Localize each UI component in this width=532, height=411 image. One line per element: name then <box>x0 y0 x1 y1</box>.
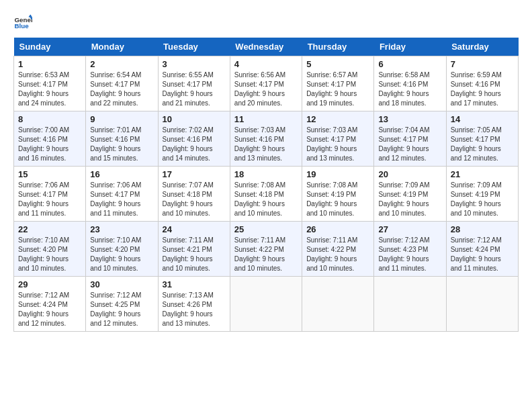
day-number: 9 <box>90 114 153 124</box>
calendar-cell: 6 Sunrise: 6:58 AMSunset: 4:16 PMDayligh… <box>374 56 446 111</box>
day-info: Sunrise: 6:57 AMSunset: 4:17 PMDaylight:… <box>306 71 357 107</box>
calendar-cell: 12 Sunrise: 7:03 AMSunset: 4:17 PMDaylig… <box>302 111 374 167</box>
day-info: Sunrise: 7:11 AMSunset: 4:21 PMDaylight:… <box>163 236 214 272</box>
calendar-cell <box>302 277 374 332</box>
svg-text:Blue: Blue <box>14 22 29 30</box>
day-number: 24 <box>163 224 226 234</box>
day-info: Sunrise: 7:06 AMSunset: 4:17 PMDaylight:… <box>18 181 69 217</box>
day-info: Sunrise: 7:11 AMSunset: 4:22 PMDaylight:… <box>234 236 285 272</box>
day-number: 5 <box>306 59 369 69</box>
calendar-cell <box>230 277 302 332</box>
calendar-cell: 8 Sunrise: 7:00 AMSunset: 4:16 PMDayligh… <box>14 111 86 167</box>
day-info: Sunrise: 6:58 AMSunset: 4:16 PMDaylight:… <box>378 71 429 107</box>
calendar-cell: 22 Sunrise: 7:10 AMSunset: 4:20 PMDaylig… <box>14 222 86 277</box>
logo-icon: General Blue <box>13 13 32 32</box>
day-number: 18 <box>234 169 298 179</box>
day-info: Sunrise: 7:03 AMSunset: 4:16 PMDaylight:… <box>234 126 285 162</box>
page-header: General Blue <box>13 13 519 32</box>
day-number: 8 <box>18 114 81 124</box>
calendar-cell: 7 Sunrise: 6:59 AMSunset: 4:16 PMDayligh… <box>446 56 518 111</box>
weekday-header-sunday: Sunday <box>14 38 86 56</box>
day-number: 26 <box>306 224 369 234</box>
day-number: 14 <box>451 114 514 124</box>
day-info: Sunrise: 7:13 AMSunset: 4:26 PMDaylight:… <box>163 291 214 327</box>
day-number: 1 <box>18 59 81 69</box>
weekday-header-tuesday: Tuesday <box>158 38 230 56</box>
calendar-cell: 30 Sunrise: 7:12 AMSunset: 4:25 PMDaylig… <box>86 277 158 332</box>
calendar-week-row: 1 Sunrise: 6:53 AMSunset: 4:17 PMDayligh… <box>14 56 519 111</box>
logo: General Blue <box>13 13 35 32</box>
day-info: Sunrise: 7:01 AMSunset: 4:16 PMDaylight:… <box>90 126 141 162</box>
day-info: Sunrise: 7:11 AMSunset: 4:22 PMDaylight:… <box>306 236 357 272</box>
day-info: Sunrise: 6:54 AMSunset: 4:17 PMDaylight:… <box>90 71 141 107</box>
calendar-cell: 29 Sunrise: 7:12 AMSunset: 4:24 PMDaylig… <box>14 277 86 332</box>
weekday-header-saturday: Saturday <box>446 38 518 56</box>
calendar-cell: 27 Sunrise: 7:12 AMSunset: 4:23 PMDaylig… <box>374 222 446 277</box>
calendar-week-row: 15 Sunrise: 7:06 AMSunset: 4:17 PMDaylig… <box>14 167 519 222</box>
calendar-cell: 4 Sunrise: 6:56 AMSunset: 4:17 PMDayligh… <box>230 56 302 111</box>
calendar-cell <box>446 277 518 332</box>
day-number: 23 <box>90 224 153 234</box>
day-info: Sunrise: 6:55 AMSunset: 4:17 PMDaylight:… <box>163 71 214 107</box>
calendar-week-row: 8 Sunrise: 7:00 AMSunset: 4:16 PMDayligh… <box>14 111 519 167</box>
day-info: Sunrise: 7:10 AMSunset: 4:20 PMDaylight:… <box>18 236 69 272</box>
day-number: 17 <box>163 169 226 179</box>
calendar-cell: 31 Sunrise: 7:13 AMSunset: 4:26 PMDaylig… <box>158 277 230 332</box>
day-number: 22 <box>18 224 81 234</box>
calendar-cell: 14 Sunrise: 7:05 AMSunset: 4:17 PMDaylig… <box>446 111 518 167</box>
day-info: Sunrise: 7:08 AMSunset: 4:19 PMDaylight:… <box>306 181 357 217</box>
day-number: 28 <box>451 224 514 234</box>
day-number: 19 <box>306 169 369 179</box>
calendar-header-row: SundayMondayTuesdayWednesdayThursdayFrid… <box>14 38 519 56</box>
day-number: 29 <box>18 279 81 289</box>
day-number: 12 <box>306 114 369 124</box>
weekday-header-monday: Monday <box>86 38 158 56</box>
calendar-cell: 13 Sunrise: 7:04 AMSunset: 4:17 PMDaylig… <box>374 111 446 167</box>
calendar-week-row: 22 Sunrise: 7:10 AMSunset: 4:20 PMDaylig… <box>14 222 519 277</box>
calendar-cell: 9 Sunrise: 7:01 AMSunset: 4:16 PMDayligh… <box>86 111 158 167</box>
day-info: Sunrise: 6:56 AMSunset: 4:17 PMDaylight:… <box>234 71 285 107</box>
calendar-cell: 21 Sunrise: 7:09 AMSunset: 4:19 PMDaylig… <box>446 167 518 222</box>
day-number: 16 <box>90 169 153 179</box>
day-number: 20 <box>378 169 441 179</box>
calendar-cell: 28 Sunrise: 7:12 AMSunset: 4:24 PMDaylig… <box>446 222 518 277</box>
day-number: 27 <box>378 224 441 234</box>
calendar-cell: 26 Sunrise: 7:11 AMSunset: 4:22 PMDaylig… <box>302 222 374 277</box>
day-info: Sunrise: 7:00 AMSunset: 4:16 PMDaylight:… <box>18 126 69 162</box>
day-number: 25 <box>234 224 298 234</box>
calendar-cell: 2 Sunrise: 6:54 AMSunset: 4:17 PMDayligh… <box>86 56 158 111</box>
day-info: Sunrise: 7:12 AMSunset: 4:24 PMDaylight:… <box>18 291 69 327</box>
day-info: Sunrise: 7:09 AMSunset: 4:19 PMDaylight:… <box>378 181 429 217</box>
day-info: Sunrise: 7:02 AMSunset: 4:16 PMDaylight:… <box>163 126 214 162</box>
day-number: 30 <box>90 279 153 289</box>
day-number: 4 <box>234 59 298 69</box>
day-info: Sunrise: 6:53 AMSunset: 4:17 PMDaylight:… <box>18 71 69 107</box>
calendar-cell: 1 Sunrise: 6:53 AMSunset: 4:17 PMDayligh… <box>14 56 86 111</box>
calendar-cell: 16 Sunrise: 7:06 AMSunset: 4:17 PMDaylig… <box>86 167 158 222</box>
day-info: Sunrise: 7:09 AMSunset: 4:19 PMDaylight:… <box>451 181 502 217</box>
day-number: 31 <box>163 279 226 289</box>
weekday-header-friday: Friday <box>374 38 446 56</box>
calendar-cell: 10 Sunrise: 7:02 AMSunset: 4:16 PMDaylig… <box>158 111 230 167</box>
day-number: 3 <box>163 59 226 69</box>
day-info: Sunrise: 7:08 AMSunset: 4:18 PMDaylight:… <box>234 181 285 217</box>
day-info: Sunrise: 7:03 AMSunset: 4:17 PMDaylight:… <box>306 126 357 162</box>
calendar-cell: 20 Sunrise: 7:09 AMSunset: 4:19 PMDaylig… <box>374 167 446 222</box>
day-info: Sunrise: 7:12 AMSunset: 4:23 PMDaylight:… <box>378 236 429 272</box>
calendar-cell: 19 Sunrise: 7:08 AMSunset: 4:19 PMDaylig… <box>302 167 374 222</box>
calendar-cell <box>374 277 446 332</box>
weekday-header-thursday: Thursday <box>302 38 374 56</box>
day-number: 15 <box>18 169 81 179</box>
day-info: Sunrise: 7:12 AMSunset: 4:25 PMDaylight:… <box>90 291 141 327</box>
day-info: Sunrise: 6:59 AMSunset: 4:16 PMDaylight:… <box>451 71 502 107</box>
calendar-table: SundayMondayTuesdayWednesdayThursdayFrid… <box>13 38 519 332</box>
calendar-cell: 23 Sunrise: 7:10 AMSunset: 4:20 PMDaylig… <box>86 222 158 277</box>
calendar-week-row: 29 Sunrise: 7:12 AMSunset: 4:24 PMDaylig… <box>14 277 519 332</box>
day-number: 2 <box>90 59 153 69</box>
weekday-header-wednesday: Wednesday <box>230 38 302 56</box>
day-number: 21 <box>451 169 514 179</box>
day-number: 7 <box>451 59 514 69</box>
day-number: 6 <box>378 59 441 69</box>
day-number: 10 <box>163 114 226 124</box>
day-info: Sunrise: 7:10 AMSunset: 4:20 PMDaylight:… <box>90 236 141 272</box>
